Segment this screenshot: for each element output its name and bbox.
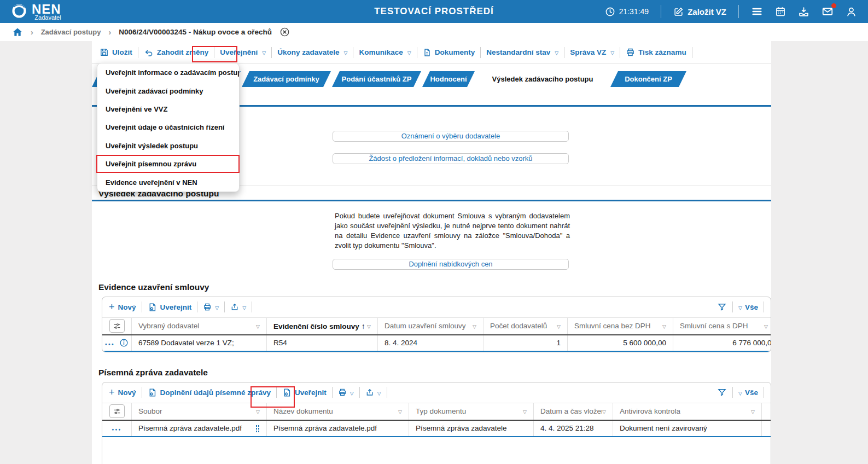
cell-soubor: Písemná zpráva zadavatele.pdf (132, 421, 267, 436)
column-header[interactable]: Soubor (132, 403, 267, 420)
menu-item-publication-records[interactable]: Evidence uveřejnění v NEN (97, 173, 239, 192)
filter-triangle-icon[interactable] (557, 322, 561, 330)
row-actions-icon[interactable] (105, 339, 115, 347)
save-label: Uložit (112, 48, 132, 56)
info-icon[interactable] (119, 338, 129, 347)
print-record-button[interactable]: Tisk záznamu (626, 48, 686, 57)
file-name[interactable]: Písemná zpráva zadavatele.pdf (138, 424, 242, 432)
contracts-view-all-button[interactable]: Vše (738, 303, 758, 311)
filter-triangle-icon[interactable] (523, 407, 527, 415)
divider (224, 301, 225, 312)
nen-logo[interactable]: NEN Zadavatel (11, 3, 61, 21)
mail-icon[interactable] (822, 5, 834, 18)
divider (387, 387, 387, 398)
calendar-icon[interactable] (775, 6, 786, 17)
communication-menu-button[interactable]: Komunikace (359, 48, 411, 56)
column-header[interactable]: Počet dodavatelů (483, 318, 568, 334)
create-vz-button[interactable]: Založit VZ (673, 7, 726, 17)
plus-icon (109, 302, 115, 312)
contracts-print-button[interactable] (203, 303, 219, 311)
row-menu-cell (102, 335, 132, 351)
filter-icon[interactable] (717, 387, 727, 397)
menu-item-publish-written-report[interactable]: Uveřejnit písemnou zprávu (97, 155, 239, 173)
column-chooser-cell[interactable] (102, 318, 132, 334)
menu-item-publish-participants[interactable]: Uveřejnit údaje o účastnících řízení (97, 118, 239, 136)
tab-hodnoceni[interactable]: Hodnocení (422, 71, 475, 87)
notice-of-selection-button[interactable]: Oznámení o výběru dodavatele (333, 131, 569, 142)
menu-icon[interactable] (751, 5, 763, 18)
tab-podani-ucastniku[interactable]: Podání účastníků ZP (332, 71, 421, 87)
manage-vz-button[interactable]: Správa VZ (570, 48, 614, 56)
fill-bid-prices-button[interactable]: Doplnění nabídkových cen (333, 259, 569, 270)
menu-item-publish-vvz[interactable]: Uveřejnění ve VVZ (97, 100, 239, 118)
column-header[interactable]: Vybraný dodavatel (132, 318, 267, 334)
discard-changes-button[interactable]: Zahodit změny (144, 48, 209, 57)
reports-new-button[interactable]: Nový (109, 387, 136, 397)
document-icon (423, 48, 432, 57)
user-icon[interactable] (846, 6, 857, 18)
column-header[interactable]: Smluvní cena s DPH (673, 318, 771, 334)
cell-antivirova-kontrola: Dokument není zavirovaný (613, 421, 762, 436)
contracts-new-button[interactable]: Nový (109, 302, 136, 312)
reports-view-all-button[interactable]: Vše (738, 388, 758, 397)
column-header[interactable]: Typ dokumentu (409, 403, 534, 420)
chevron-down-icon (262, 48, 266, 56)
filter-triangle-icon[interactable] (602, 407, 606, 415)
menu-item-publish-info[interactable]: Uveřejnit informace o zadávacím postupu (97, 63, 239, 82)
chevron-down-icon (555, 48, 558, 56)
column-settings-icon[interactable] (109, 319, 125, 333)
column-header[interactable]: Smluvní cena bez DPH (568, 318, 673, 334)
print-label: Tisk záznamu (638, 48, 686, 56)
reports-print-button[interactable] (338, 388, 354, 397)
save-button[interactable]: Uložit (100, 48, 132, 57)
tab-dokonceni[interactable]: Dokončení ZP (610, 71, 686, 87)
menu-item-publish-conditions[interactable]: Uveřejnit zadávací podmínky (97, 82, 239, 100)
menu-item-publish-result[interactable]: Uveřejnit výsledek postupu (97, 137, 239, 155)
home-icon[interactable] (12, 27, 23, 38)
filter-triangle-icon[interactable] (256, 322, 260, 330)
divider (271, 47, 272, 58)
contracts-export-button[interactable] (230, 303, 246, 311)
tasks-menu-button[interactable]: Úkony zadavatele (277, 48, 347, 56)
result-section-body: Pokud budete uveřejňovat dokument Smlouv… (92, 201, 771, 270)
contracts-row[interactable]: 67589 Dodavatel verze 1 VZ; R54 8. 4. 20… (102, 335, 771, 352)
divider (692, 47, 692, 58)
breadcrumb-link[interactable]: Zadávací postupy (41, 28, 101, 36)
communication-label: Komunikace (359, 48, 403, 56)
save-icon (100, 48, 109, 57)
filter-triangle-icon[interactable] (367, 322, 371, 330)
reports-fill-details-button[interactable]: Doplnění údajů písemné zprávy (148, 388, 271, 397)
filter-triangle-icon[interactable] (764, 322, 768, 330)
nonstandard-state-button[interactable]: Nestandardní stav (486, 48, 558, 56)
publish-menu-button[interactable]: Uveřejnění (220, 48, 266, 56)
tab-vysledek[interactable]: Výsledek zadávacího postupu (476, 71, 609, 87)
column-settings-icon[interactable] (109, 404, 125, 418)
reports-export-button[interactable] (365, 388, 381, 397)
close-record-icon[interactable] (279, 27, 290, 37)
filter-triangle-icon[interactable] (256, 407, 260, 415)
filter-triangle-icon[interactable] (751, 407, 755, 415)
column-header[interactable]: Datum a čas vložení (534, 403, 613, 420)
session-clock: 21:31:49 (605, 7, 649, 17)
inbox-download-icon[interactable] (798, 6, 809, 18)
column-header[interactable]: Datum uzavření smlouvy (378, 318, 483, 334)
request-documents-button[interactable]: Žádost o předložení informací, dokladů n… (333, 153, 569, 164)
column-header-sorted[interactable]: Evidenční číslo smlouvy (267, 318, 378, 334)
tab-zadavaci-podminky[interactable]: Zadávací podmínky (242, 71, 331, 87)
filter-triangle-icon[interactable] (398, 407, 402, 415)
cell-datum-vlozeni: 4. 4. 2025 21:28 (534, 421, 613, 436)
column-header[interactable]: Název dokumentu (267, 403, 409, 420)
documents-button[interactable]: Dokumenty (423, 48, 475, 57)
reports-publish-button[interactable]: Uveřejnit (282, 388, 327, 397)
column-chooser-cell[interactable] (102, 403, 132, 420)
row-actions-icon[interactable] (112, 424, 122, 432)
contracts-publish-button[interactable]: Uveřejnit (148, 303, 192, 312)
filter-triangle-icon[interactable] (473, 322, 476, 330)
filter-triangle-icon[interactable] (662, 322, 666, 330)
documents-label: Dokumenty (435, 48, 475, 56)
reports-row[interactable]: Písemná zpráva zadavatele.pdf Písemná zp… (102, 421, 771, 437)
filter-icon[interactable] (717, 302, 727, 312)
column-header[interactable]: Antivirová kontrola (613, 403, 762, 420)
divider (564, 47, 564, 58)
drag-handle-icon[interactable] (255, 425, 260, 432)
